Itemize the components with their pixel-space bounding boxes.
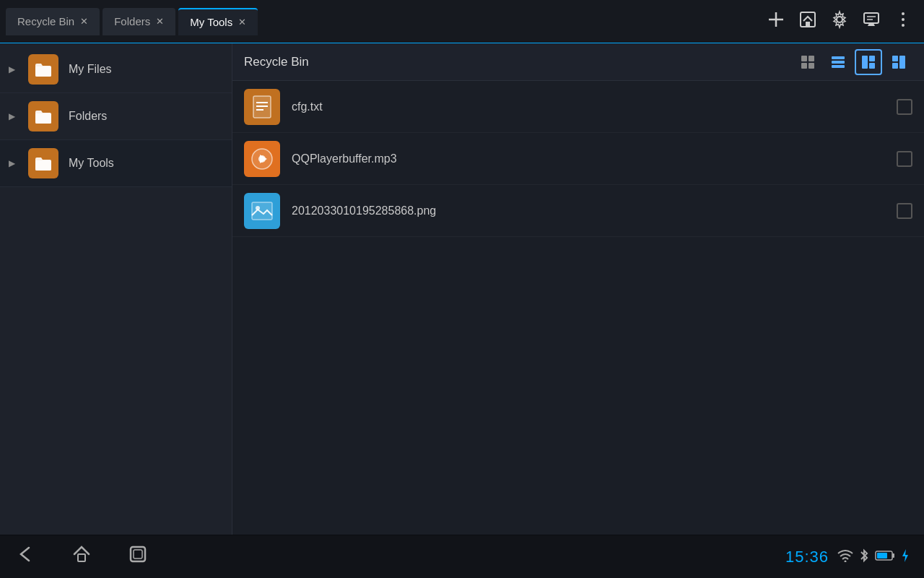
sidebar-item-my-files[interactable]: ▶ My Files [0,46,232,93]
close-recycle-bin-icon[interactable]: ✕ [80,16,88,27]
tab-recycle-bin[interactable]: Recycle Bin ✕ [6,8,100,35]
status-icons [837,548,910,566]
bottom-bar: 15:36 [0,535,924,578]
view-grid-button[interactable] [794,49,821,75]
svg-rect-3 [806,22,810,26]
sidebar-arrow-my-files: ▶ [9,64,15,74]
battery-icon [875,550,895,564]
my-tools-folder-icon [28,148,58,178]
content-header: Recycle Bin [232,43,924,81]
svg-rect-38 [78,554,85,561]
chat-icon[interactable] [862,10,881,33]
svg-rect-40 [134,550,142,558]
svg-rect-15 [808,56,814,61]
svg-rect-43 [892,553,894,558]
view-icons [794,49,912,75]
main-area: ▶ My Files ▶ Folders ▶ [0,43,924,535]
sidebar-item-folders[interactable]: ▶ Folders [0,93,232,140]
svg-rect-22 [869,56,875,61]
content-title: Recycle Bin [244,55,794,69]
tab-bar: Recycle Bin ✕ Folders ✕ My Tools ✕ [0,0,924,43]
file-icon-png [244,193,280,229]
svg-rect-44 [877,553,887,558]
svg-rect-5 [864,13,879,23]
tab-my-tools-label: My Tools [190,16,232,28]
home-box-icon[interactable] [798,10,817,33]
file-checkbox-qqplayer[interactable] [897,151,912,167]
svg-point-8 [902,12,905,15]
svg-point-41 [845,560,847,562]
svg-rect-11 [35,66,51,77]
tab-folders[interactable]: Folders ✕ [103,8,175,35]
svg-rect-39 [131,547,145,561]
sidebar-arrow-folders: ▶ [9,111,15,121]
svg-rect-17 [808,63,814,69]
home-button[interactable] [71,543,92,570]
back-button[interactable] [14,543,36,570]
file-checkbox-png[interactable] [897,203,912,219]
sidebar: ▶ My Files ▶ Folders ▶ [0,43,232,535]
settings-icon[interactable] [830,10,849,33]
more-vert-icon[interactable] [894,10,912,33]
svg-point-4 [837,17,842,22]
recents-button[interactable] [127,543,149,570]
file-row[interactable]: QQPlayerbuffer.mp3 [232,133,924,185]
file-icon-qqplayer [244,141,280,177]
svg-rect-18 [832,56,845,59]
svg-rect-19 [832,61,845,64]
sidebar-my-files-label: My Files [69,63,112,76]
svg-rect-35 [252,202,272,220]
svg-rect-21 [862,56,868,69]
close-my-tools-icon[interactable]: ✕ [238,17,246,27]
sidebar-item-my-tools[interactable]: ▶ My Tools [0,140,232,187]
toolbar-icons [767,10,918,33]
close-folders-icon[interactable]: ✕ [156,16,164,27]
view-split2-button[interactable] [885,49,912,75]
clock-display: 15:36 [785,548,829,566]
svg-rect-14 [801,56,807,61]
svg-rect-25 [892,63,898,69]
status-area: 15:36 [785,548,910,566]
bluetooth-icon [859,548,869,566]
svg-rect-26 [899,56,905,69]
svg-rect-20 [832,65,845,68]
svg-rect-16 [801,63,807,69]
file-name-qqplayer: QQPlayerbuffer.mp3 [292,152,885,165]
folders-folder-icon [28,101,58,131]
charging-icon [901,548,910,566]
view-split1-button[interactable] [855,49,882,75]
sidebar-my-tools-label: My Tools [69,157,114,170]
file-list: cfg.txt QQPlayerbuffer.mp3 [232,81,924,535]
file-name-cfg-txt: cfg.txt [292,100,885,113]
file-row[interactable]: cfg.txt [232,81,924,133]
file-row[interactable]: 2012033010195285868.png [232,185,924,237]
sidebar-arrow-my-tools: ▶ [9,158,15,168]
add-icon[interactable] [767,10,785,33]
sidebar-folders-label: Folders [69,110,107,123]
wifi-icon [837,549,853,565]
bottom-nav [14,543,149,570]
svg-rect-24 [892,56,898,61]
svg-point-10 [902,24,905,27]
svg-rect-12 [35,113,51,124]
tab-recycle-bin-label: Recycle Bin [17,15,74,27]
view-list-button[interactable] [824,49,852,75]
svg-rect-13 [35,160,51,171]
file-name-png: 2012033010195285868.png [292,204,885,217]
tab-my-tools[interactable]: My Tools ✕ [178,8,258,35]
svg-rect-23 [869,63,875,69]
file-checkbox-cfg-txt[interactable] [897,99,912,115]
tab-folders-label: Folders [114,15,150,27]
svg-point-9 [902,18,905,21]
file-icon-cfg-txt [244,89,280,125]
content-panel: Recycle Bin [232,43,924,535]
my-files-folder-icon [28,54,58,85]
